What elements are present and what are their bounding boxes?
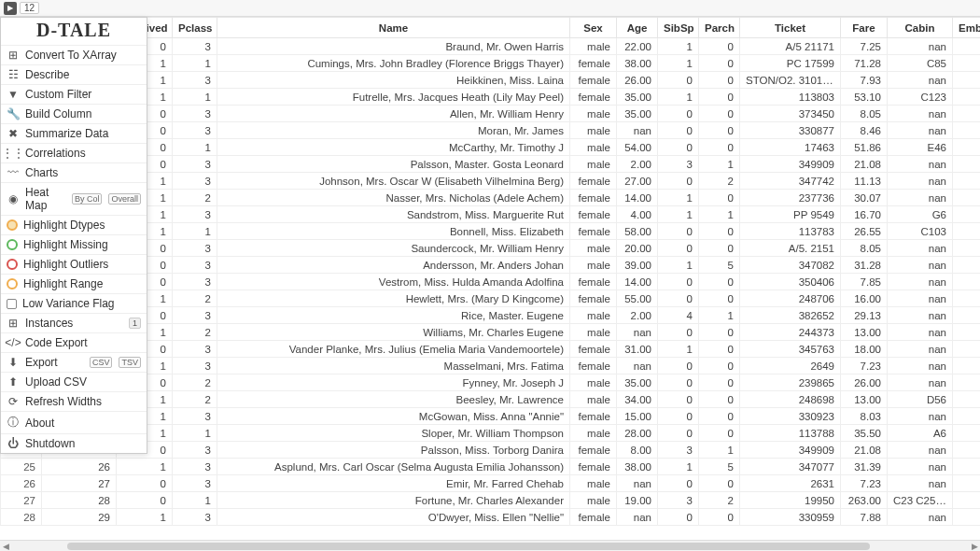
cell-sibsp[interactable]: 3	[658, 492, 699, 509]
column-header[interactable]: Ticket	[740, 18, 841, 38]
cell-age[interactable]: 22.00	[617, 38, 658, 55]
cell-ticket[interactable]: 113803	[740, 89, 841, 106]
cell-pclass[interactable]: 3	[173, 240, 217, 257]
cell-embarked[interactable]: S	[953, 206, 981, 223]
cell-ticket[interactable]: 113783	[740, 223, 841, 240]
cell-sex[interactable]: female	[570, 358, 617, 374]
cell-ticket[interactable]: 239865	[740, 374, 841, 391]
cell-age[interactable]: nan	[617, 122, 658, 139]
cell-cabin[interactable]: nan	[888, 257, 953, 274]
cell-name[interactable]: Futrelle, Mrs. Jacques Heath (Lily May P…	[217, 89, 570, 106]
cell-sex[interactable]: male	[570, 240, 617, 257]
cell-parch[interactable]: 0	[699, 290, 740, 307]
cell-sibsp[interactable]: 0	[658, 358, 699, 374]
cell-sex[interactable]: female	[570, 442, 617, 459]
cell-ticket[interactable]: 17463	[740, 139, 841, 156]
menu-item-instances[interactable]: ⊞Instances1	[1, 313, 147, 332]
cell-pclass[interactable]: 3	[173, 156, 217, 173]
cell-sibsp[interactable]: 3	[658, 156, 699, 173]
cell-fare[interactable]: 16.70	[841, 206, 888, 223]
cell-sex[interactable]: female	[570, 459, 617, 475]
cell-pclass[interactable]: 2	[173, 324, 217, 341]
cell-embarked[interactable]: S	[953, 257, 981, 274]
cell-passengerid[interactable]: 26	[42, 459, 117, 475]
column-header[interactable]: Name	[217, 18, 570, 38]
cell-parch[interactable]: 0	[699, 425, 740, 442]
cell-cabin[interactable]: nan	[888, 290, 953, 307]
cell-ticket[interactable]: 349909	[740, 442, 841, 459]
cell-parch[interactable]: 0	[699, 408, 740, 425]
cell-pclass[interactable]: 2	[173, 290, 217, 307]
cell-sex[interactable]: male	[570, 425, 617, 442]
cell-cabin[interactable]: nan	[888, 442, 953, 459]
cell-age[interactable]: 14.00	[617, 190, 658, 206]
column-header[interactable]: Embarked	[953, 18, 981, 38]
cell-sibsp[interactable]: 0	[658, 173, 699, 190]
cell-pclass[interactable]: 3	[173, 341, 217, 358]
cell-cabin[interactable]: nan	[888, 106, 953, 122]
cell-fare[interactable]: 8.05	[841, 106, 888, 122]
cell-embarked[interactable]: Q	[953, 408, 981, 425]
cell-parch[interactable]: 0	[699, 106, 740, 122]
cell-sibsp[interactable]: 1	[658, 89, 699, 106]
cell-name[interactable]: McGowan, Miss. Anna "Annie"	[217, 408, 570, 425]
cell-cabin[interactable]: nan	[888, 408, 953, 425]
cell-name[interactable]: Emir, Mr. Farred Chehab	[217, 475, 570, 492]
table-row[interactable]: 282913O'Dwyer, Miss. Ellen "Nellie"femal…	[1, 509, 981, 526]
cell-parch[interactable]: 0	[699, 274, 740, 290]
cell-name[interactable]: Saundercock, Mr. William Henry	[217, 240, 570, 257]
cell-survived[interactable]: 0	[117, 475, 173, 492]
cell-embarked[interactable]: S	[953, 72, 981, 89]
menu-tag[interactable]: TSV	[119, 357, 141, 368]
cell-fare[interactable]: 51.86	[841, 139, 888, 156]
menu-item-heat-map[interactable]: ◉Heat MapBy ColOverall	[1, 182, 147, 215]
cell-name[interactable]: Cumings, Mrs. John Bradley (Florence Bri…	[217, 55, 570, 72]
menu-item-refresh-widths[interactable]: ⟳Refresh Widths	[1, 391, 147, 411]
cell-ticket[interactable]: A/5. 2151	[740, 240, 841, 257]
cell-pclass[interactable]: 3	[173, 38, 217, 55]
cell-cabin[interactable]: G6	[888, 206, 953, 223]
cell-sibsp[interactable]: 0	[658, 139, 699, 156]
cell-cabin[interactable]: nan	[888, 358, 953, 374]
cell-pclass[interactable]: 1	[173, 139, 217, 156]
cell-sibsp[interactable]: 1	[658, 55, 699, 72]
cell-sibsp[interactable]: 0	[658, 72, 699, 89]
cell-cabin[interactable]: C123	[888, 89, 953, 106]
cell-pclass[interactable]: 3	[173, 408, 217, 425]
cell-embarked[interactable]: S	[953, 106, 981, 122]
column-header[interactable]: Parch	[699, 18, 740, 38]
cell-embarked[interactable]: C	[953, 55, 981, 72]
cell-sibsp[interactable]: 0	[658, 391, 699, 408]
cell-sex[interactable]: female	[570, 89, 617, 106]
cell-sex[interactable]: female	[570, 173, 617, 190]
cell-age[interactable]: 38.00	[617, 459, 658, 475]
cell-pclass[interactable]: 1	[173, 223, 217, 240]
column-header[interactable]: Age	[617, 18, 658, 38]
cell-embarked[interactable]: S	[953, 492, 981, 509]
cell-idx[interactable]: 25	[1, 459, 42, 475]
cell-sibsp[interactable]: 4	[658, 307, 699, 324]
cell-age[interactable]: 31.00	[617, 341, 658, 358]
cell-age[interactable]: 20.00	[617, 240, 658, 257]
cell-embarked[interactable]: Q	[953, 509, 981, 526]
menu-item-low-variance-flag[interactable]: Low Variance Flag	[1, 293, 147, 313]
cell-cabin[interactable]: nan	[888, 38, 953, 55]
cell-parch[interactable]: 0	[699, 475, 740, 492]
cell-sex[interactable]: female	[570, 55, 617, 72]
column-header[interactable]: Cabin	[888, 18, 953, 38]
cell-pclass[interactable]: 3	[173, 206, 217, 223]
cell-sibsp[interactable]: 0	[658, 374, 699, 391]
cell-sibsp[interactable]: 1	[658, 341, 699, 358]
cell-name[interactable]: Palsson, Master. Gosta Leonard	[217, 156, 570, 173]
cell-embarked[interactable]: S	[953, 374, 981, 391]
cell-embarked[interactable]: C	[953, 358, 981, 374]
cell-pclass[interactable]: 3	[173, 358, 217, 374]
cell-name[interactable]: Allen, Mr. William Henry	[217, 106, 570, 122]
cell-parch[interactable]: 5	[699, 257, 740, 274]
cell-age[interactable]: 4.00	[617, 206, 658, 223]
cell-cabin[interactable]: nan	[888, 307, 953, 324]
cell-passengerid[interactable]: 28	[42, 492, 117, 509]
cell-pclass[interactable]: 3	[173, 307, 217, 324]
play-button[interactable]: ▶	[4, 2, 17, 15]
cell-ticket[interactable]: 373450	[740, 106, 841, 122]
